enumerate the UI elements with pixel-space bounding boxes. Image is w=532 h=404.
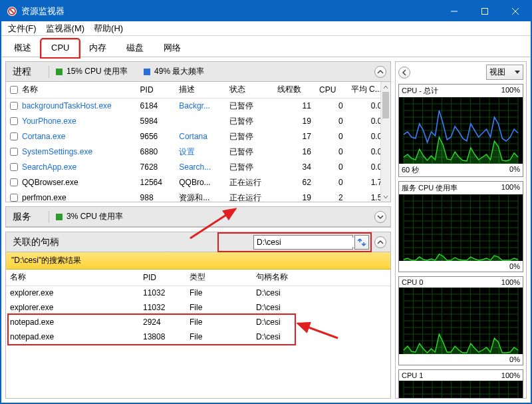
graphs-pane: 视图 CPU - 总计100% 60 秒0% 服务 CPU 使用率100% 0%…: [395, 61, 527, 399]
handle-name: explorer.exe: [6, 286, 139, 300]
process-desc: QQBro...: [175, 175, 225, 190]
graph-title: CPU - 总计: [402, 86, 438, 96]
process-threads: 16: [273, 144, 315, 160]
table-row[interactable]: backgroundTaskHost.exe 6184 Backgr... 已暂…: [6, 98, 390, 114]
handles-searchbox[interactable]: ✕: [253, 235, 353, 250]
handle-hname: D:\cesi: [252, 315, 390, 329]
col-cpu[interactable]: CPU: [315, 82, 347, 98]
process-state: 正在运行: [225, 175, 273, 190]
process-threads: 17: [273, 129, 315, 144]
handle-name: explorer.exe: [6, 300, 139, 315]
graph-title: CPU 1: [402, 371, 423, 379]
tab-memory[interactable]: 内存: [79, 39, 116, 57]
tab-overview[interactable]: 概述: [4, 39, 41, 57]
handle-hname: D:\cesi: [252, 286, 390, 300]
table-row[interactable]: notepad.exe 13808 File D:\cesi: [6, 329, 390, 344]
graph-scale-min: 0%: [509, 355, 520, 363]
process-threads: 34: [273, 160, 315, 175]
table-row[interactable]: explorer.exe 11032 File D:\cesi: [6, 286, 390, 300]
row-checkbox[interactable]: [10, 117, 18, 125]
tab-cpu[interactable]: CPU: [41, 39, 79, 57]
menu-file[interactable]: 文件(F): [4, 21, 41, 36]
col-threads[interactable]: 线程数: [273, 82, 315, 98]
graph-scale-max: 100%: [501, 371, 520, 379]
tab-network[interactable]: 网络: [154, 39, 191, 57]
search-refresh-button[interactable]: [354, 235, 369, 250]
handles-collapse-button[interactable]: [374, 236, 386, 248]
table-row[interactable]: QQBrowser.exe 12564 QQBro... 正在运行 62 0 1…: [6, 175, 390, 190]
graph-scale-min: 0%: [509, 262, 520, 270]
services-cpu-icon: [56, 214, 63, 220]
process-desc: Cortana: [175, 129, 225, 144]
row-checkbox[interactable]: [10, 148, 18, 156]
app-icon: [7, 6, 17, 17]
processes-scrollbar[interactable]: [380, 82, 390, 202]
hcol-pid[interactable]: PID: [139, 270, 186, 286]
titlebar: 资源监视器: [1, 1, 531, 21]
tab-disk[interactable]: 磁盘: [116, 39, 154, 57]
handle-pid: 11032: [139, 286, 186, 300]
hcol-hname[interactable]: 句柄名称: [252, 270, 390, 286]
cpu-maxfreq-icon: [144, 69, 150, 75]
col-desc[interactable]: 描述: [175, 82, 225, 98]
process-pid: 9656: [136, 129, 176, 144]
select-all-checkbox[interactable]: [10, 86, 18, 94]
process-name: backgroundTaskHost.exe: [22, 101, 112, 110]
handles-search-input[interactable]: [254, 238, 359, 247]
services-cpu-label: 3% CPU 使用率: [66, 211, 123, 222]
process-cpu: 0: [315, 114, 347, 129]
process-pid: 6880: [136, 144, 176, 160]
scroll-down-icon[interactable]: [381, 192, 390, 202]
row-checkbox[interactable]: [10, 163, 18, 171]
graph-title: CPU 0: [402, 278, 423, 286]
col-name[interactable]: 名称: [6, 82, 136, 98]
process-state: 已暂停: [225, 160, 273, 175]
process-threads: 19: [273, 190, 315, 202]
hcol-type[interactable]: 类型: [186, 270, 252, 286]
row-checkbox[interactable]: [10, 178, 18, 186]
row-checkbox[interactable]: [10, 132, 18, 140]
col-state[interactable]: 状态: [225, 82, 273, 98]
row-checkbox[interactable]: [10, 194, 18, 202]
process-pid: 5984: [136, 114, 176, 129]
graphs-collapse-button[interactable]: [398, 67, 410, 79]
view-dropdown[interactable]: 视图: [486, 65, 523, 80]
table-row[interactable]: SystemSettings.exe 6880 设置 已暂停 16 0 0.00: [6, 144, 390, 160]
scroll-up-icon[interactable]: [381, 82, 390, 92]
process-state: 已暂停: [225, 98, 273, 114]
services-collapse-button[interactable]: [374, 211, 386, 223]
table-row[interactable]: SearchApp.exe 7628 Search... 已暂停 34 0 0.…: [6, 160, 390, 175]
col-pid[interactable]: PID: [136, 82, 176, 98]
maximize-button[interactable]: [469, 1, 500, 21]
cpu-maxfreq-label: 49% 最大频率: [154, 66, 204, 77]
process-cpu: 0: [315, 175, 347, 190]
cpu-usage-label: 15% CPU 使用率: [66, 66, 128, 77]
table-row[interactable]: notepad.exe 2924 File D:\cesi: [6, 315, 390, 329]
graph-scale-max: 100%: [501, 278, 520, 286]
close-button[interactable]: [500, 1, 531, 21]
table-row[interactable]: perfmon.exe 988 资源和... 正在运行 19 2 1.59: [6, 190, 390, 202]
tabstrip: 概述 CPU 内存 磁盘 网络: [1, 36, 531, 57]
process-threads: 62: [273, 175, 315, 190]
table-row[interactable]: explorer.exe 11032 File D:\cesi: [6, 300, 390, 315]
process-desc: Backgr...: [175, 98, 225, 114]
minimize-button[interactable]: [439, 1, 469, 21]
hcol-name[interactable]: 名称: [6, 270, 139, 286]
menu-monitor[interactable]: 监视器(M): [42, 21, 89, 36]
menubar: 文件(F) 监视器(M) 帮助(H): [1, 21, 531, 36]
handle-pid: 11032: [139, 300, 186, 315]
row-checkbox[interactable]: [10, 102, 18, 110]
processes-collapse-button[interactable]: [374, 66, 386, 78]
table-row[interactable]: YourPhone.exe 5984 已暂停 19 0 0.00: [6, 114, 390, 129]
handle-type: File: [186, 329, 252, 344]
table-row[interactable]: Cortana.exe 9656 Cortana 已暂停 17 0 0.00: [6, 129, 390, 144]
svg-rect-3: [482, 9, 488, 15]
cpu-graph: CPU 1100% 0%: [398, 369, 523, 399]
handle-name: notepad.exe: [6, 315, 139, 329]
menu-help[interactable]: 帮助(H): [90, 21, 127, 36]
cpu-usage-icon: [56, 69, 63, 75]
processes-table: 名称 PID 描述 状态 线程数 CPU 平均 C... backgroundT…: [6, 82, 390, 202]
graph-title: 服务 CPU 使用率: [402, 183, 458, 193]
graph-scale-max: 100%: [501, 86, 520, 96]
window-title: 资源监视器: [21, 5, 439, 17]
